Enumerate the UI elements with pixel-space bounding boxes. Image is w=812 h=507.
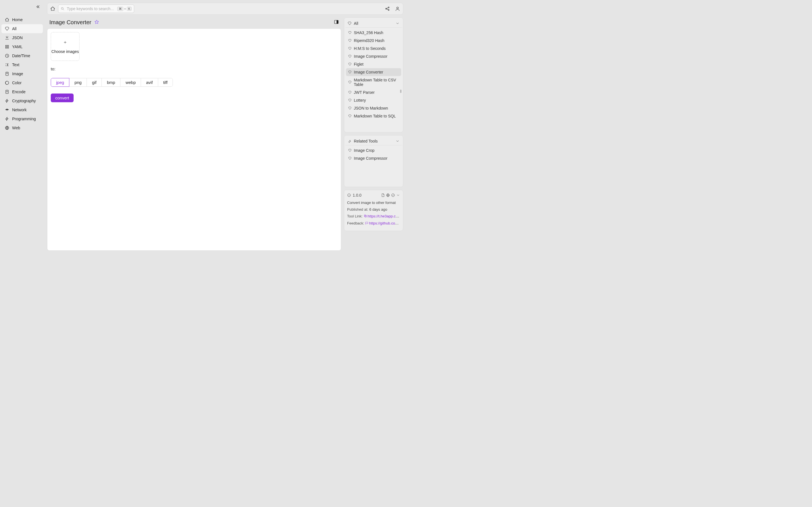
format-option-bmp[interactable]: bmp [101,78,120,87]
search-box[interactable]: ⌘ + K [58,4,134,13]
nav-icon [5,62,9,67]
gem-icon [348,21,352,25]
tool-item[interactable]: Ripemd320 Hash [346,37,401,45]
nav-icon [5,71,9,76]
nav-icon [5,80,9,85]
sidebar-item-programming[interactable]: Programming [1,114,43,123]
sidebar: HomeAllJSONYAMLDate/TimeTextImageColorEn… [0,0,44,253]
sidebar-item-yaml[interactable]: YAML [1,42,43,51]
svg-rect-20 [365,216,366,217]
search-input[interactable] [67,6,117,11]
nav-label: Network [12,108,27,112]
related-item[interactable]: Image Compressor [346,154,401,162]
sidebar-item-image[interactable]: Image [1,69,43,78]
check-circle-icon[interactable] [391,193,395,197]
sidebar-item-encode[interactable]: Encode [1,87,43,96]
convert-button[interactable]: convert [51,94,73,102]
nav-label: Programming [12,117,36,121]
format-option-webp[interactable]: webp [120,78,141,87]
share-icon[interactable] [385,6,390,11]
nav-label: YAML [12,45,22,49]
related-item[interactable]: Image Crop [346,147,401,154]
tool-item[interactable]: JSON to Markdown [346,104,401,112]
message-icon[interactable] [365,221,368,225]
nav-label: Text [12,62,19,67]
user-icon[interactable] [395,6,400,11]
gem-icon [348,55,352,58]
format-option-tiff[interactable]: tiff [158,78,173,87]
gem-icon [348,80,352,84]
tool-item[interactable]: Image Compressor [346,52,401,60]
nav-label: Web [12,126,20,130]
plus-icon: ＋ [63,40,67,45]
copy-icon[interactable] [364,214,367,218]
document-icon[interactable] [381,193,385,197]
home-icon [50,6,55,11]
sidebar-collapse-button[interactable] [36,4,40,10]
gem-icon [348,114,352,118]
related-tools-header[interactable]: Related Tools [345,137,402,145]
tool-label: Markdown Table to CSV Table [354,78,399,87]
sidebar-item-network[interactable]: Network [1,105,43,114]
tool-item[interactable]: Figlet [346,60,401,68]
related-tools-list: Image CropImage Compressor [345,145,402,163]
search-shortcut: ⌘ + K [117,7,132,11]
nav-label: Color [12,80,21,85]
tool-item[interactable]: Markdown Table to CSV Table [346,76,401,89]
all-tools-header[interactable]: All [345,19,402,27]
sidebar-item-all[interactable]: All [1,24,43,33]
tool-item[interactable]: JWT Parser [346,89,401,96]
svg-rect-2 [6,47,7,48]
related-tools-title: Related Tools [354,139,378,144]
dropzone-label: Choose images [51,49,79,54]
feedback-link[interactable]: https://github.com/… [369,221,400,225]
tool-item[interactable]: H:M:S to Seconds [346,45,401,52]
sidebar-item-web[interactable]: Web [1,123,43,132]
nav-label: Home [12,17,22,22]
tool-link[interactable]: https://t.he3app.co… [368,214,400,218]
tool-item[interactable]: Image Converter [346,68,401,76]
nav-icon [5,117,9,121]
svg-point-19 [392,194,395,197]
star-icon [94,19,99,24]
tool-item[interactable]: Lottery [346,96,401,104]
nav-icon [5,90,9,94]
sidebar-item-date-time[interactable]: Date/Time [1,51,43,60]
sidebar-item-color[interactable]: Color [1,78,43,87]
gem-icon [348,70,352,74]
sidebar-item-cryptography[interactable]: Cryptography [1,96,43,105]
chevron-down-icon[interactable] [396,193,400,197]
home-button[interactable] [50,6,55,11]
info-feedback: Feedback: https://github.com/… [347,221,400,226]
sidebar-item-text[interactable]: Text [1,60,43,69]
toggle-right-panel-button[interactable] [334,19,339,25]
svg-rect-21 [364,215,366,217]
scrollbar-thumb[interactable] [400,90,402,93]
tool-item[interactable]: SHA3_256 Hash [346,29,401,37]
related-tools-panel: Related Tools Image CropImage Compressor [344,135,403,187]
sidebar-item-home[interactable]: Home [1,15,43,24]
chevron-double-left-icon [36,4,40,9]
svg-rect-16 [337,20,338,24]
image-dropzone[interactable]: ＋ Choose images [51,32,80,61]
version-text: 1.0.0 [353,193,361,198]
nav-icon [5,36,9,40]
tool-item[interactable]: Markdown Table to SQL [346,112,401,120]
wrench-icon [348,139,352,143]
globe-icon[interactable] [386,193,390,197]
nav-icon [5,17,9,22]
format-option-png[interactable]: png [69,78,87,87]
to-label: to: [51,66,338,71]
tool-label: JWT Parser [354,90,375,95]
format-option-avif[interactable]: avif [141,78,158,87]
all-tools-panel: All SHA3_256 HashRipemd320 HashH:M:S to … [344,17,403,132]
format-option-jpeg[interactable]: jpeg [51,78,69,87]
info-description: Convert image to other format [347,200,400,205]
format-option-gif[interactable]: gif [87,78,102,87]
tool-label: Image Compressor [354,54,388,59]
gem-icon [348,157,352,160]
nav-label: Date/Time [12,54,30,58]
sidebar-item-json[interactable]: JSON [1,33,43,42]
favorite-button[interactable] [94,19,99,25]
tool-label: Image Compressor [354,156,388,161]
